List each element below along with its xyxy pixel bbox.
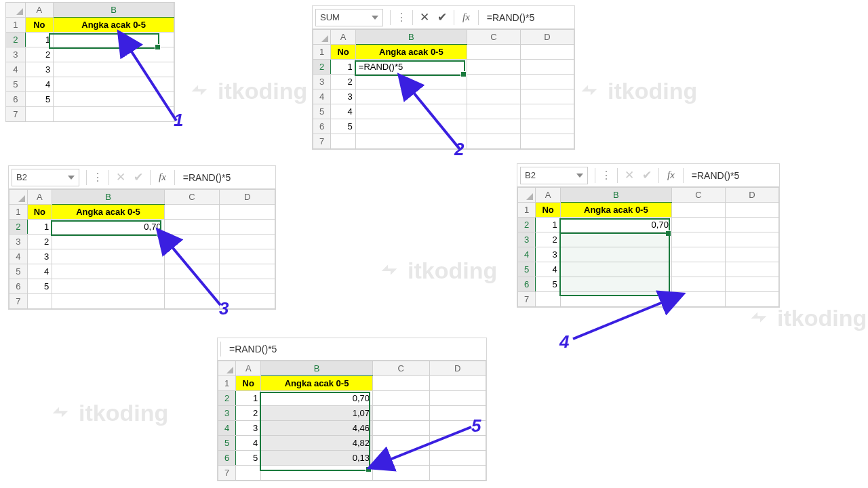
cell-a6[interactable]: 5 — [536, 277, 560, 292]
row-header[interactable]: 7 — [218, 466, 236, 481]
row-header[interactable]: 2 — [518, 218, 536, 232]
cell-b2[interactable]: 0,70 — [261, 391, 373, 406]
cell-b5[interactable] — [54, 77, 174, 92]
step4-grid[interactable]: A B C D 1 No Angka acak 0-5 2 1 0,70 3 2… — [517, 187, 779, 307]
col-header-a[interactable]: A — [27, 190, 52, 205]
row-header[interactable]: 6 — [218, 451, 236, 466]
cell-b2[interactable]: 0,70 — [560, 218, 671, 232]
cell-a2[interactable]: 1 — [25, 33, 54, 47]
cell-a2[interactable]: 1 — [331, 60, 355, 75]
cell-a6[interactable]: 5 — [236, 451, 261, 466]
row-header[interactable]: 1 — [6, 18, 26, 33]
step5-grid[interactable]: A B C D 1 No Angka acak 0-5 2 1 0,70 3 2… — [218, 361, 486, 481]
col-header-b[interactable]: B — [261, 361, 373, 376]
cell-a2[interactable]: 1 — [236, 391, 261, 406]
name-box[interactable]: B2 — [520, 167, 588, 184]
cell-b2[interactable]: =RAND()*5 — [355, 60, 467, 75]
formula-input[interactable]: =RAND()*5 — [686, 170, 779, 181]
row-header[interactable]: 1 — [9, 205, 28, 220]
col-header-a[interactable]: A — [331, 30, 355, 45]
cell-a6[interactable]: 5 — [25, 92, 54, 107]
row-header[interactable]: 7 — [9, 294, 28, 309]
cell-b1[interactable]: Angka acak 0-5 — [261, 376, 373, 391]
cell-a1[interactable]: No — [25, 18, 54, 33]
cell-b2[interactable] — [54, 33, 174, 47]
cell-b6[interactable] — [54, 92, 174, 107]
corner-cell[interactable] — [218, 361, 236, 376]
col-header-a[interactable]: A — [25, 3, 54, 18]
cancel-icon[interactable]: ✕ — [416, 10, 433, 24]
cell-b4[interactable] — [54, 62, 174, 77]
step1-grid[interactable]: A B 1 No Angka acak 0-5 2 1 3 2 4 3 5 4 … — [5, 2, 174, 122]
cell-a4[interactable]: 3 — [27, 249, 52, 264]
col-header-a[interactable]: A — [236, 361, 261, 376]
row-header[interactable]: 2 — [218, 391, 236, 406]
step3-grid[interactable]: A B C D 1 No Angka acak 0-5 2 1 0,70 3 2… — [9, 189, 275, 309]
cell-b1[interactable]: Angka acak 0-5 — [54, 18, 174, 33]
row-header[interactable]: 3 — [6, 47, 26, 62]
row-header[interactable]: 3 — [9, 235, 28, 249]
col-header-c[interactable]: C — [373, 361, 429, 376]
cell-a4[interactable]: 3 — [331, 89, 355, 104]
cell-a5[interactable]: 4 — [331, 104, 355, 119]
row-header[interactable]: 2 — [6, 33, 26, 47]
more-icon[interactable]: ⋮ — [598, 169, 614, 182]
col-header-b[interactable]: B — [560, 188, 671, 203]
name-box[interactable]: B2 — [12, 169, 79, 186]
row-header[interactable]: 1 — [518, 203, 536, 218]
col-header-c[interactable]: C — [164, 190, 220, 205]
col-header-c[interactable]: C — [467, 30, 520, 45]
cell-b3[interactable]: 1,07 — [261, 406, 373, 421]
row-header[interactable]: 2 — [9, 220, 28, 235]
row-header[interactable]: 4 — [313, 89, 331, 104]
cell-a1[interactable]: No — [236, 376, 261, 391]
col-header-c[interactable]: C — [671, 188, 725, 203]
corner-cell[interactable] — [6, 3, 26, 18]
row-header[interactable]: 5 — [6, 77, 26, 92]
col-header-b[interactable]: B — [52, 190, 164, 205]
corner-cell[interactable] — [313, 30, 331, 45]
cell-a2[interactable]: 1 — [536, 218, 560, 232]
cell-a4[interactable]: 3 — [236, 421, 261, 436]
row-header[interactable]: 4 — [218, 421, 236, 436]
cell-a6[interactable]: 5 — [331, 119, 355, 134]
row-header[interactable]: 3 — [518, 232, 536, 247]
row-header[interactable]: 7 — [518, 292, 536, 307]
cell-b3[interactable] — [54, 47, 174, 62]
row-header[interactable]: 4 — [6, 62, 26, 77]
row-header[interactable]: 3 — [218, 406, 236, 421]
more-icon[interactable]: ⋮ — [393, 11, 410, 24]
more-icon[interactable]: ⋮ — [90, 171, 106, 184]
cell-a4[interactable]: 3 — [25, 62, 54, 77]
cell-a3[interactable]: 2 — [27, 235, 52, 249]
row-header[interactable]: 3 — [313, 75, 331, 89]
cell-b1[interactable]: Angka acak 0-5 — [355, 45, 467, 60]
confirm-icon[interactable]: ✔ — [433, 10, 451, 24]
cell-a1[interactable]: No — [536, 203, 560, 218]
row-header[interactable]: 5 — [9, 264, 28, 279]
col-header-d[interactable]: D — [220, 190, 275, 205]
cell-a2[interactable]: 1 — [27, 220, 52, 235]
row-header[interactable]: 7 — [313, 134, 331, 149]
formula-input[interactable]: =RAND()*5 — [481, 12, 574, 23]
cell-a3[interactable]: 2 — [331, 75, 355, 89]
cell-a5[interactable]: 4 — [236, 436, 261, 451]
col-header-d[interactable]: D — [520, 30, 574, 45]
cell-b1[interactable]: Angka acak 0-5 — [560, 203, 671, 218]
cell-b1[interactable]: Angka acak 0-5 — [52, 205, 164, 220]
col-header-d[interactable]: D — [725, 188, 778, 203]
cell-b6[interactable]: 0,13 — [261, 451, 373, 466]
cell-a3[interactable]: 2 — [536, 232, 560, 247]
cell-a1[interactable]: No — [331, 45, 355, 60]
step2-grid[interactable]: A B C D 1 No Angka acak 0-5 2 1 =RAND()*… — [313, 29, 574, 149]
col-header-b[interactable]: B — [54, 3, 174, 18]
row-header[interactable]: 4 — [518, 247, 536, 262]
row-header[interactable]: 6 — [518, 277, 536, 292]
corner-cell[interactable] — [9, 190, 28, 205]
row-header[interactable]: 5 — [518, 262, 536, 277]
row-header[interactable]: 5 — [313, 104, 331, 119]
row-header[interactable]: 6 — [9, 279, 28, 294]
cell-b4[interactable]: 4,46 — [261, 421, 373, 436]
row-header[interactable]: 1 — [218, 376, 236, 391]
fx-icon[interactable]: fx — [662, 169, 680, 181]
